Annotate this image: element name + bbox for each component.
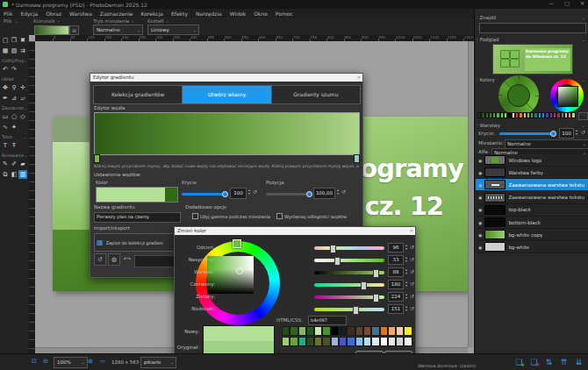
gradient-tool-icon[interactable]: ▥ bbox=[18, 170, 27, 179]
open-image-icon[interactable]: ❐ bbox=[10, 36, 18, 45]
wand-select-tool-icon[interactable]: ✦ bbox=[10, 123, 18, 132]
maximize-button[interactable]: □ bbox=[564, 0, 570, 6]
eye-icon[interactable]: ◉ bbox=[478, 245, 482, 250]
menu-item-pomoc[interactable]: Pomoc bbox=[276, 11, 293, 17]
slider-thumb[interactable] bbox=[330, 245, 336, 253]
menu-item-warstwa[interactable]: Warstwa bbox=[69, 11, 92, 17]
quick-swatch[interactable] bbox=[571, 112, 575, 118]
palette-swatch[interactable] bbox=[363, 326, 371, 336]
node-color-swatch[interactable] bbox=[96, 187, 178, 203]
slider-value[interactable]: 33 bbox=[388, 255, 404, 265]
layer-opacity-reset-icon[interactable]: ↺ bbox=[581, 129, 585, 136]
hue-slider[interactable] bbox=[314, 246, 384, 250]
add-layer-button[interactable]: ❏+ bbox=[513, 357, 525, 368]
save-as-icon[interactable]: ▧ bbox=[10, 46, 18, 55]
palette-swatch[interactable] bbox=[314, 337, 322, 346]
grn-slider[interactable] bbox=[314, 295, 384, 299]
blu-slider[interactable] bbox=[314, 308, 384, 311]
gradient-node-track[interactable] bbox=[94, 154, 360, 162]
polygon-select-tool-icon[interactable]: ◇ bbox=[18, 112, 27, 121]
brush-tool-icon[interactable]: ✐ bbox=[10, 160, 18, 168]
delete-layer-button[interactable]: ❏✕ bbox=[528, 357, 540, 368]
zoom-tool-icon[interactable]: ⚲ bbox=[10, 83, 18, 92]
slider-reset-icon[interactable]: ↺ bbox=[410, 256, 414, 263]
html-css-input[interactable]: b4e097 bbox=[308, 316, 347, 325]
opacity-value[interactable]: 100 bbox=[230, 188, 247, 199]
undo-redo-mini-icons[interactable]: ↶↷ bbox=[122, 253, 133, 264]
position-spinner[interactable]: ▴ ▾ bbox=[335, 189, 341, 196]
layer-row[interactable]: ◉bottom-black bbox=[476, 217, 588, 229]
menu-item-plik[interactable]: Plik bbox=[4, 11, 12, 17]
gradient-tab-1[interactable]: Utwórz własny bbox=[183, 86, 271, 103]
palette-swatch[interactable] bbox=[371, 337, 379, 346]
shape-select[interactable]: Liniowy⌄ bbox=[147, 25, 199, 35]
color-picker-tool-icon[interactable]: ✒ bbox=[1, 94, 10, 103]
slider-value[interactable]: 180 bbox=[388, 280, 404, 289]
opacity-reset-icon[interactable]: ↺ bbox=[253, 189, 257, 196]
layer-row[interactable]: ◉Warstwa farby bbox=[476, 167, 588, 179]
palette-swatch[interactable] bbox=[339, 326, 347, 336]
palette-swatch[interactable] bbox=[380, 337, 388, 346]
menu-item-zaznaczenie[interactable]: Zaznaczenie bbox=[100, 11, 133, 17]
menu-item-okno[interactable]: Okno bbox=[254, 11, 268, 17]
gamma-checkbox[interactable]: Użyj gamma podczas mieszania bbox=[192, 213, 270, 219]
palette-swatch[interactable] bbox=[322, 337, 330, 346]
redo-icon[interactable]: ↷ bbox=[10, 65, 18, 74]
layer-row[interactable]: ◉bg-white copy bbox=[476, 229, 588, 241]
palette-swatch[interactable] bbox=[298, 326, 306, 336]
distribute-checkbox[interactable]: Wyrównaj odległości węzłów bbox=[276, 213, 347, 219]
palette-swatch[interactable] bbox=[388, 326, 396, 336]
save-to-collection-button[interactable]: ▦Zapisz do kolekcji gradien bbox=[94, 233, 183, 252]
palette-swatch[interactable] bbox=[314, 326, 322, 336]
move-layer-down-button[interactable]: ⇊ bbox=[573, 357, 584, 368]
move-layer-up-button[interactable]: ⇈ bbox=[558, 357, 570, 368]
slider-value[interactable]: 96 bbox=[388, 243, 404, 253]
merge-layers-button[interactable]: ⇅ bbox=[543, 357, 555, 368]
gradient-dialog-titlebar[interactable]: Edytor gradientu✕ bbox=[90, 74, 362, 82]
slider-reset-icon[interactable]: ↺ bbox=[410, 281, 414, 288]
slider-spinner[interactable]: ▴ ▾ bbox=[404, 268, 409, 275]
close-icon[interactable]: ✕ bbox=[357, 74, 361, 82]
slider-spinner[interactable]: ▴ ▾ bbox=[404, 244, 409, 251]
rect-select-tool-icon[interactable]: ▭ bbox=[1, 112, 10, 121]
menu-item-efekty[interactable]: Efekty bbox=[171, 11, 188, 17]
eye-icon[interactable]: ◉ bbox=[478, 232, 482, 238]
export-icon[interactable]: ⇉ bbox=[18, 46, 27, 55]
palette-swatch[interactable] bbox=[339, 337, 347, 346]
slider-spinner[interactable]: ▴ ▾ bbox=[404, 256, 409, 263]
menu-item-widok[interactable]: Widok bbox=[230, 11, 246, 17]
close-image-icon[interactable]: ✖ bbox=[18, 36, 27, 45]
search-section-header[interactable]: ⁞Znajdź⌄ bbox=[475, 13, 588, 21]
palette-swatch[interactable] bbox=[282, 326, 290, 336]
close-button[interactable]: ✕ bbox=[580, 0, 584, 6]
slider-thumb[interactable] bbox=[353, 306, 359, 315]
unit-select[interactable]: piksele⌄ bbox=[140, 357, 176, 368]
palette-swatch[interactable] bbox=[396, 326, 404, 336]
slider-thumb[interactable] bbox=[373, 294, 379, 302]
minimize-button[interactable]: — bbox=[549, 0, 554, 6]
text-tool-icon[interactable]: T bbox=[1, 141, 10, 150]
slider-thumb[interactable] bbox=[334, 257, 341, 266]
slider-spinner[interactable]: ▴ ▾ bbox=[404, 281, 409, 288]
layer-row[interactable]: ◉top-black bbox=[476, 204, 588, 217]
node-position-slider[interactable] bbox=[266, 193, 312, 196]
position-reset-icon[interactable]: ↺ bbox=[341, 189, 346, 196]
gradient-node-right[interactable] bbox=[354, 154, 360, 163]
gradient-preview-swatch[interactable] bbox=[34, 25, 69, 35]
zoom-fit-icon[interactable]: ⊡ bbox=[32, 358, 37, 365]
opacity-spinner[interactable]: ▴ ▾ bbox=[247, 189, 252, 196]
palette-swatch[interactable] bbox=[322, 326, 330, 336]
eraser-tool-icon[interactable]: ▰ bbox=[18, 160, 27, 168]
sat-slider[interactable] bbox=[314, 259, 384, 262]
blend-mode-select[interactable]: Normalne⌄ bbox=[93, 25, 143, 35]
search-input[interactable] bbox=[479, 23, 586, 33]
ellipse-select-tool-icon[interactable]: ○ bbox=[10, 112, 18, 121]
save-icon[interactable]: ▦ bbox=[1, 46, 10, 55]
slider-value[interactable]: 88 bbox=[388, 267, 404, 277]
slider-value[interactable]: 151 bbox=[388, 304, 404, 314]
slider-reset-icon[interactable]: ↺ bbox=[410, 268, 414, 275]
layer-row[interactable]: ◉Zaawansowana warstwa tekstu bbox=[476, 179, 588, 191]
position-value[interactable]: 100,00 bbox=[313, 188, 335, 199]
zoom-level-select[interactable]: 100%⌄ bbox=[54, 357, 88, 368]
palette-swatch[interactable] bbox=[396, 337, 404, 346]
